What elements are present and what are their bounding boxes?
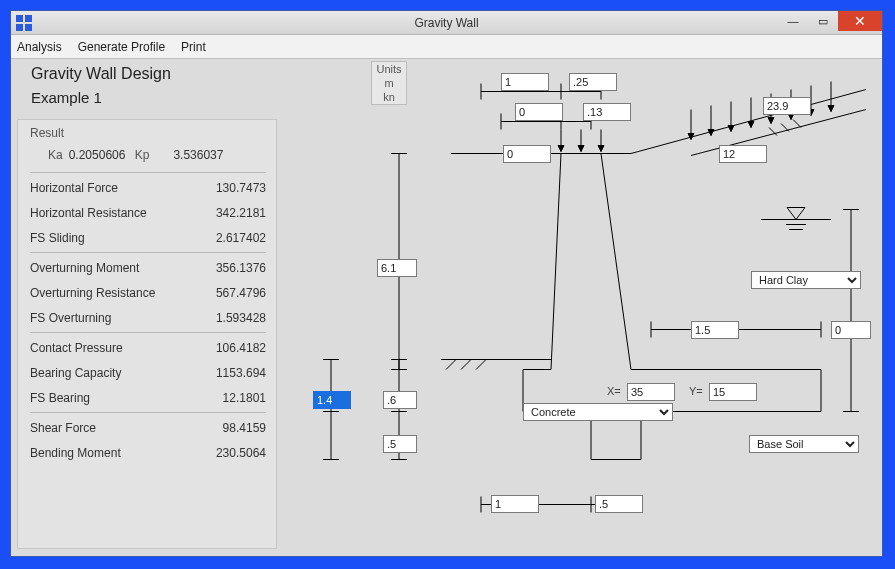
- base-soil-select[interactable]: Base Soil: [749, 435, 859, 453]
- surcharge-load-field[interactable]: [763, 97, 811, 115]
- result-value: 567.4796: [216, 286, 266, 300]
- window-title: Gravity Wall: [11, 16, 882, 30]
- svg-rect-1: [25, 15, 32, 22]
- menu-print[interactable]: Print: [181, 40, 206, 54]
- app-icon: [16, 15, 32, 31]
- kp-label: Kp: [135, 148, 150, 162]
- result-label: FS Sliding: [30, 231, 85, 245]
- wall-material-select[interactable]: Concrete: [523, 403, 673, 421]
- svg-line-41: [446, 360, 456, 370]
- base-depth-field[interactable]: [313, 391, 351, 409]
- result-label: Overturning Resistance: [30, 286, 155, 300]
- svg-line-39: [793, 120, 801, 128]
- svg-marker-16: [578, 146, 584, 152]
- diagram-area: X= Y= Hard Clay Concrete Base Soil: [291, 59, 876, 550]
- kp-value: 3.536037: [173, 148, 233, 162]
- diagram-svg: [291, 59, 876, 550]
- svg-rect-0: [16, 15, 23, 22]
- top-width-left-field[interactable]: [501, 73, 549, 91]
- page-subtitle: Example 1: [31, 89, 102, 106]
- close-button[interactable]: ✕: [838, 11, 882, 31]
- water-depth-field[interactable]: [831, 321, 871, 339]
- minimize-button[interactable]: —: [778, 11, 808, 31]
- svg-marker-26: [728, 126, 734, 132]
- titlebar[interactable]: Gravity Wall — ▭ ✕: [11, 11, 882, 35]
- result-label: FS Bearing: [30, 391, 90, 405]
- result-label: Contact Pressure: [30, 341, 123, 355]
- y-field[interactable]: [709, 383, 757, 401]
- wall-height-field[interactable]: [377, 259, 417, 277]
- result-value: 230.5064: [216, 446, 266, 460]
- retained-soil-select[interactable]: Hard Clay: [751, 271, 861, 289]
- result-value: 2.617402: [216, 231, 266, 245]
- key-offset-field[interactable]: [491, 495, 539, 513]
- svg-marker-30: [768, 118, 774, 124]
- result-value: 98.4159: [223, 421, 266, 435]
- key-width-field[interactable]: [595, 495, 643, 513]
- x-label: X=: [607, 385, 621, 397]
- y-label: Y=: [689, 385, 703, 397]
- svg-rect-2: [16, 24, 23, 31]
- result-label: Horizontal Resistance: [30, 206, 147, 220]
- ka-value: 0.2050606: [69, 148, 129, 162]
- svg-marker-28: [748, 122, 754, 128]
- result-value: 1.593428: [216, 311, 266, 325]
- heel-extension-field[interactable]: [691, 321, 739, 339]
- x-field[interactable]: [627, 383, 675, 401]
- result-label: Overturning Moment: [30, 261, 139, 275]
- svg-line-43: [476, 360, 486, 370]
- surcharge-distance-field[interactable]: [719, 145, 767, 163]
- result-value: 342.2181: [216, 206, 266, 220]
- menubar: Analysis Generate Profile Print: [11, 35, 882, 59]
- stem-top-field[interactable]: [503, 145, 551, 163]
- result-label: Shear Force: [30, 421, 96, 435]
- app-window: Gravity Wall — ▭ ✕ Analysis Generate Pro…: [10, 10, 883, 557]
- result-label: Horizontal Force: [30, 181, 118, 195]
- result-value: 130.7473: [216, 181, 266, 195]
- key-depth-field[interactable]: [383, 435, 417, 453]
- svg-marker-36: [828, 106, 834, 112]
- menu-generate-profile[interactable]: Generate Profile: [78, 40, 165, 54]
- result-value: 1153.694: [216, 366, 266, 380]
- mid-width-left-field[interactable]: [515, 103, 563, 121]
- svg-marker-45: [787, 208, 805, 220]
- result-group-label: Result: [30, 126, 266, 140]
- svg-marker-15: [558, 146, 564, 152]
- result-value: 106.4182: [216, 341, 266, 355]
- result-value: 12.1801: [223, 391, 266, 405]
- svg-rect-3: [25, 24, 32, 31]
- svg-line-42: [461, 360, 471, 370]
- result-label: Bearing Capacity: [30, 366, 121, 380]
- client-area: Gravity Wall Design Example 1 Units m kn…: [11, 59, 882, 556]
- maximize-button[interactable]: ▭: [808, 11, 838, 31]
- result-panel: Result Ka 0.2050606 Kp 3.536037 Horizont…: [17, 119, 277, 549]
- result-label: Bending Moment: [30, 446, 121, 460]
- svg-line-20: [691, 110, 866, 156]
- page-title: Gravity Wall Design: [31, 65, 171, 83]
- ka-label: Ka: [48, 148, 63, 162]
- toe-height-field[interactable]: [383, 391, 417, 409]
- svg-marker-17: [598, 146, 604, 152]
- menu-analysis[interactable]: Analysis: [17, 40, 62, 54]
- mid-width-right-field[interactable]: [583, 103, 631, 121]
- result-value: 356.1376: [216, 261, 266, 275]
- top-width-right-field[interactable]: [569, 73, 617, 91]
- result-label: FS Overturning: [30, 311, 111, 325]
